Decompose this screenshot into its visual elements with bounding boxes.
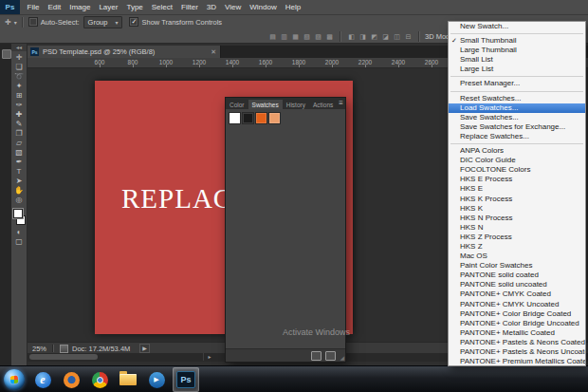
align-right-icon[interactable]: ▦ — [290, 31, 301, 42]
document-tab[interactable]: Ps PSD Template.psd @ 25% (RGB/8) ✕ — [27, 46, 221, 58]
start-button[interactable] — [4, 369, 25, 390]
taskbar-folder-explorer[interactable] — [116, 368, 140, 391]
menu-filter[interactable]: Filter — [177, 0, 203, 14]
align-h-center-icon[interactable]: ▥ — [279, 31, 289, 42]
menuitem-replace-swatches[interactable]: Replace Swatches... — [449, 132, 585, 141]
menuitem-hks-n[interactable]: HKS N — [449, 223, 585, 233]
menuitem-save-swatches[interactable]: Save Swatches... — [449, 113, 585, 122]
zoom-level-field[interactable]: 25% — [32, 345, 46, 353]
menu-type[interactable]: Type — [122, 0, 147, 14]
foreground-color-swatch[interactable] — [13, 209, 23, 218]
menu-layer[interactable]: Layer — [95, 0, 122, 14]
panel-tab-actions[interactable]: Actions — [309, 100, 337, 109]
menuitem-pantone-premium-metallics-coated[interactable]: PANTONE+ Premium Metallics Coated — [449, 357, 585, 366]
tool-move-tool[interactable]: ✛ — [12, 53, 27, 62]
menuitem-hks-k[interactable]: HKS K — [449, 204, 585, 214]
menuitem-pantone-solid-coated[interactable]: PANTONE solid coated — [449, 271, 585, 280]
menuitem-mac-os[interactable]: Mac OS — [449, 252, 585, 261]
menuitem-dic-color-guide[interactable]: DIC Color Guide — [449, 156, 585, 165]
tool-brush-tool[interactable]: ✎ — [12, 120, 27, 128]
menu-window[interactable]: Window — [246, 0, 281, 14]
tool-lasso-tool[interactable]: ➰ — [12, 72, 27, 81]
tool-crop-tool[interactable]: ⊞ — [12, 91, 27, 100]
menuitem-pantone-solid-uncoated[interactable]: PANTONE solid uncoated — [449, 280, 585, 289]
color-swatch-3[interactable] — [268, 112, 281, 124]
distribute-left-icon[interactable]: ◪ — [380, 31, 391, 42]
align-left-icon[interactable]: ▤ — [267, 31, 278, 42]
resize-grip-icon[interactable]: ◢ — [340, 355, 344, 362]
menuitem-hks-z-process[interactable]: HKS Z Process — [449, 233, 585, 242]
distribute-bottom-icon[interactable]: ◩ — [369, 31, 379, 42]
menuitem-hks-n-process[interactable]: HKS N Process — [449, 214, 585, 223]
menuitem-pantone-color-bridge-uncoated[interactable]: PANTONE+ Color Bridge Uncoated — [449, 319, 585, 328]
scrollbar-thumb[interactable] — [29, 354, 98, 360]
menu-edit[interactable]: Edit — [44, 0, 65, 14]
menuitem-anpa-colors[interactable]: ANPA Colors — [449, 146, 585, 156]
menu-image[interactable]: Image — [65, 0, 95, 14]
panel-tab-color[interactable]: Color — [226, 100, 248, 109]
color-swatch-0[interactable] — [229, 112, 241, 124]
menuitem-pantone-pastels-neons-uncoated[interactable]: PANTONE+ Pastels & Neons Uncoated — [449, 347, 585, 357]
panel-tab-history[interactable]: History — [283, 100, 309, 109]
menuitem-small-list[interactable]: Small List — [449, 55, 585, 65]
tool-pen-tool[interactable]: ✒ — [12, 158, 27, 166]
menuitem-pantone-pastels-neons-coated[interactable]: PANTONE+ Pastels & Neons Coated — [449, 338, 585, 347]
scrollbar-arrow-icon[interactable]: ▸ — [203, 353, 215, 361]
menu-3d[interactable]: 3D — [202, 0, 220, 14]
distribute-top-icon[interactable]: ◧ — [346, 31, 357, 42]
taskbar-media-center[interactable] — [87, 368, 112, 391]
tool-zoom-tool[interactable]: ◎ — [12, 196, 27, 204]
menu-help[interactable]: Help — [281, 0, 304, 14]
tool-gradient-tool[interactable]: ▧ — [12, 148, 27, 157]
tab-close-icon[interactable]: ✕ — [211, 48, 216, 56]
align-v-center-icon[interactable]: ▨ — [313, 31, 323, 42]
auto-select-checkbox[interactable] — [28, 17, 38, 27]
color-swatch-2[interactable] — [255, 112, 267, 124]
auto-select-target-dropdown[interactable]: Group ▾ — [83, 16, 123, 28]
menuitem-reset-swatches[interactable]: Reset Swatches... — [449, 94, 585, 103]
menuitem-pantone-cmyk-coated[interactable]: PANTONE+ CMYK Coated — [449, 289, 585, 299]
menuitem-save-swatches-for-exchange[interactable]: Save Swatches for Exchange... — [449, 122, 585, 132]
menuitem-small-thumbnail[interactable]: ✓Small Thumbnail — [449, 36, 585, 46]
screen-mode-icon[interactable]: ▢ — [12, 237, 27, 246]
show-transform-checkbox[interactable]: ✓ — [129, 17, 138, 27]
menuitem-paint-color-swatches[interactable]: Paint Color Swatches — [449, 261, 585, 271]
menuitem-preset-manager[interactable]: Preset Manager... — [449, 79, 585, 88]
menuitem-large-thumbnail[interactable]: Large Thumbnail — [449, 46, 585, 55]
tool-marquee-tool[interactable]: ❏ — [12, 63, 27, 71]
menu-view[interactable]: View — [221, 0, 246, 14]
color-swatch-1[interactable] — [242, 112, 254, 124]
menuitem-hks-z[interactable]: HKS Z — [449, 242, 585, 252]
tools-collapse-icon[interactable]: ◂◂ — [11, 44, 27, 51]
menuitem-focoltone-colors[interactable]: FOCOLTONE Colors — [449, 165, 585, 175]
tool-quick-selection-tool[interactable]: ✦ — [12, 82, 27, 90]
tool-clone-stamp-tool[interactable]: ❐ — [12, 129, 27, 138]
tool-preset-picker[interactable]: ✛ ▾ — [5, 18, 17, 27]
taskbar-photoshop[interactable]: Ps — [173, 367, 199, 392]
tool-type-tool[interactable]: T — [12, 167, 27, 176]
align-top-icon[interactable]: ▧ — [302, 31, 312, 42]
distribute-h-center-icon[interactable]: ◫ — [392, 31, 402, 42]
panel-menu-icon[interactable]: ≡ — [339, 100, 343, 107]
delete-swatch-icon[interactable] — [325, 351, 336, 361]
status-flyout-icon[interactable]: ▶ — [139, 344, 150, 353]
panel-tab-swatches[interactable]: Swatches — [248, 100, 283, 109]
menu-file[interactable]: File — [23, 0, 44, 14]
tool-hand-tool[interactable]: ✋ — [12, 186, 27, 195]
menuitem-pantone-metallic-coated[interactable]: PANTONE+ Metallic Coated — [449, 328, 585, 338]
tool-path-selection-tool[interactable]: ➤ — [12, 177, 27, 185]
menuitem-hks-k-process[interactable]: HKS K Process — [449, 195, 585, 204]
menuitem-hks-e[interactable]: HKS E — [449, 184, 585, 194]
tool-eyedropper-tool[interactable]: ✑ — [12, 101, 27, 109]
menuitem-new-swatch[interactable]: New Swatch... — [449, 22, 585, 31]
taskbar-firefox[interactable] — [59, 368, 83, 391]
menuitem-large-list[interactable]: Large List — [449, 65, 585, 74]
align-bottom-icon[interactable]: ▩ — [324, 31, 335, 42]
taskbar-internet-explorer[interactable]: e — [30, 368, 55, 391]
quick-mask-icon[interactable]: ◐ — [12, 228, 27, 236]
new-swatch-icon[interactable] — [311, 351, 322, 361]
menuitem-load-swatches[interactable]: Load Swatches... — [449, 103, 585, 113]
distribute-right-icon[interactable]: ⊟ — [403, 31, 413, 42]
menuitem-pantone-color-bridge-coated[interactable]: PANTONE+ Color Bridge Coated — [449, 309, 585, 319]
menuitem-hks-e-process[interactable]: HKS E Process — [449, 175, 585, 184]
